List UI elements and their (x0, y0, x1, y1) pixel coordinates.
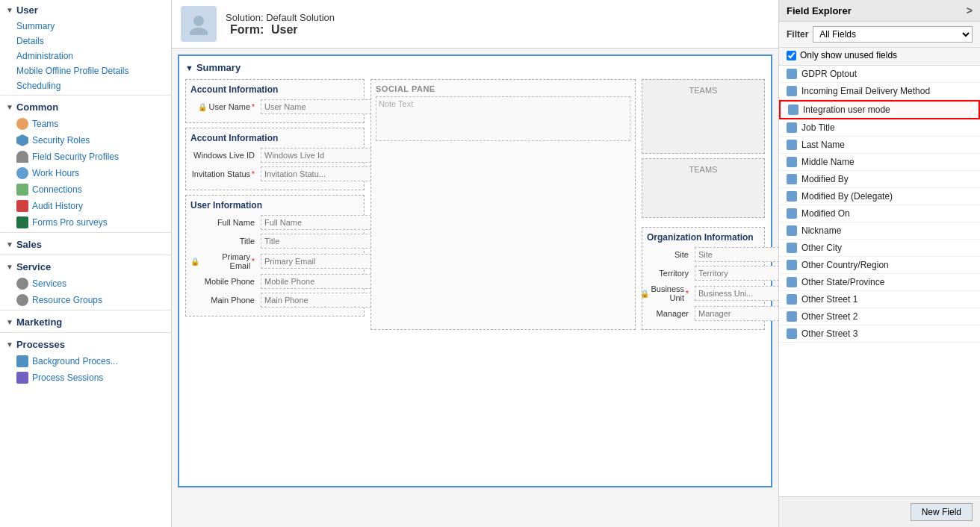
user-name-input[interactable] (261, 99, 371, 114)
social-pane-title: SOCIAL PANE (376, 84, 630, 93)
required-asterisk: * (252, 103, 255, 111)
field-explorer-header: Field Explorer > (779, 0, 980, 22)
field-item-gdpr[interactable]: GDPR Optout (779, 66, 980, 83)
field-item-other-state[interactable]: Other State/Province (779, 274, 980, 291)
field-item-other-street2[interactable]: Other Street 2 (779, 308, 980, 325)
invitation-status-input[interactable] (261, 166, 371, 181)
divider (0, 310, 171, 311)
sidebar-item-audit-history[interactable]: Audit History (0, 198, 171, 214)
field-item-label: Modified By (801, 174, 849, 184)
processes-section-header: ▼ Processes (0, 334, 171, 353)
field-item-modified-by-delegate[interactable]: Modified By (Delegate) (779, 188, 980, 205)
field-item-integration-user[interactable]: Integration user mode (779, 100, 980, 119)
site-input[interactable] (695, 247, 778, 262)
field-item-label: Other State/Province (801, 277, 884, 287)
sidebar-item-resource-groups[interactable]: Resource Groups (0, 292, 171, 308)
territory-label: Territory (647, 269, 692, 278)
field-item-icon (787, 243, 797, 253)
field-item-middle-name[interactable]: Middle Name (779, 154, 980, 171)
field-item-modified-by[interactable]: Modified By (779, 171, 980, 188)
teams-bottom: TEAMS (642, 158, 765, 218)
sidebar-item-summary[interactable]: Summary (0, 19, 171, 34)
invitation-status-field-row: Invitation Status * (190, 166, 359, 181)
sidebar-item-administration[interactable]: Administration (0, 49, 171, 63)
territory-input[interactable] (695, 266, 778, 281)
filter-label: Filter (787, 29, 808, 40)
field-item-icon (787, 191, 797, 202)
sidebar-item-teams[interactable]: Teams (0, 116, 171, 132)
title-label: Title (190, 237, 258, 246)
field-item-last-name[interactable]: Last Name (779, 137, 980, 154)
sidebar-item-details[interactable]: Details (0, 34, 171, 49)
field-explorer-footer: New Field (779, 496, 980, 527)
manager-input[interactable] (695, 306, 778, 321)
sidebar-item-field-security[interactable]: Field Security Profiles (0, 149, 171, 165)
svg-point-0 (193, 16, 204, 26)
site-label: Site (647, 250, 692, 259)
sidebar-item-mobile-offline[interactable]: Mobile Offline Profile Details (0, 63, 171, 78)
field-item-label: Other City (801, 243, 842, 253)
common-section-header: ▼ Common (0, 97, 171, 116)
filter-select[interactable]: All Fields (813, 26, 973, 43)
mobile-phone-input[interactable] (261, 274, 371, 289)
field-item-other-street3[interactable]: Other Street 3 (779, 325, 980, 343)
sidebar-item-forms-pro[interactable]: Forms Pro surveys (0, 214, 171, 231)
marketing-section-header: ▼ Marketing (0, 312, 171, 331)
primary-email-input[interactable] (261, 254, 371, 269)
field-item-other-street1[interactable]: Other Street 1 (779, 291, 980, 308)
manager-field-row: Manager (647, 306, 760, 321)
field-item-other-country[interactable]: Other Country/Region (779, 257, 980, 274)
field-item-icon (787, 294, 797, 305)
main-phone-input[interactable] (261, 293, 371, 308)
collapse-triangle: ▼ (6, 103, 13, 111)
full-name-input[interactable] (261, 215, 371, 230)
business-unit-input[interactable] (695, 286, 778, 301)
note-text-placeholder: Note Text (379, 99, 413, 108)
sidebar-item-services[interactable]: Services (0, 275, 171, 292)
solution-label: Solution: Default Solution (226, 12, 335, 23)
lock-icon: 🔒 (198, 103, 207, 111)
field-explorer-expand[interactable]: > (967, 4, 973, 16)
field-item-label: Other Street 3 (801, 328, 858, 339)
unused-fields-checkbox[interactable] (787, 51, 796, 60)
common-section-label: Common (16, 102, 58, 113)
field-item-icon (787, 174, 797, 184)
manager-label: Manager (647, 309, 692, 318)
lock-icon: 🔒 (190, 258, 199, 266)
mobile-phone-label: Mobile Phone (190, 277, 258, 286)
field-item-nickname[interactable]: Nickname (779, 222, 980, 240)
account-info-section: Account Information 🔒 User Name * (185, 79, 365, 123)
field-item-other-city[interactable]: Other City (779, 240, 980, 257)
windows-live-input[interactable] (261, 148, 371, 163)
sidebar-item-label: Scheduling (16, 81, 61, 91)
gear-icon (16, 278, 28, 290)
common-section: ▼ Common Teams Security Roles Field Secu… (0, 97, 171, 231)
field-item-label: Integration user mode (803, 105, 890, 115)
service-section-header: ▼ Service (0, 257, 171, 275)
field-item-icon (787, 260, 797, 270)
field-item-incoming-email[interactable]: Incoming Email Delivery Method (779, 83, 980, 100)
left-column: Account Information 🔒 User Name * A (185, 79, 365, 330)
form-header: Solution: Default Solution Form: User (172, 0, 778, 49)
field-item-modified-on[interactable]: Modified On (779, 205, 980, 222)
territory-field-row: Territory (647, 266, 760, 281)
main-area: Solution: Default Solution Form: User ▼ … (172, 0, 778, 527)
field-item-job-title[interactable]: Job Title (779, 119, 980, 137)
sidebar-item-connections[interactable]: Connections (0, 181, 171, 198)
user-name-field-row: 🔒 User Name * (190, 99, 359, 114)
summary-label: Summary (196, 62, 241, 73)
sidebar-item-label: Details (16, 36, 44, 46)
sidebar-item-label: Administration (16, 51, 73, 61)
teams-top-label: TEAMS (645, 86, 761, 95)
sidebar-item-work-hours[interactable]: Work Hours (0, 165, 171, 181)
required-asterisk: * (252, 258, 255, 266)
title-input[interactable] (261, 234, 371, 249)
header-text: Solution: Default Solution Form: User (226, 12, 335, 37)
sidebar-item-security-roles[interactable]: Security Roles (0, 132, 171, 149)
field-item-label: Last Name (801, 140, 845, 150)
new-field-button[interactable]: New Field (911, 503, 973, 521)
sidebar-item-background-process[interactable]: Background Proces... (0, 353, 171, 369)
sidebar-item-scheduling[interactable]: Scheduling (0, 78, 171, 93)
sidebar-item-process-sessions[interactable]: Process Sessions (0, 369, 171, 386)
session-icon (16, 372, 28, 384)
